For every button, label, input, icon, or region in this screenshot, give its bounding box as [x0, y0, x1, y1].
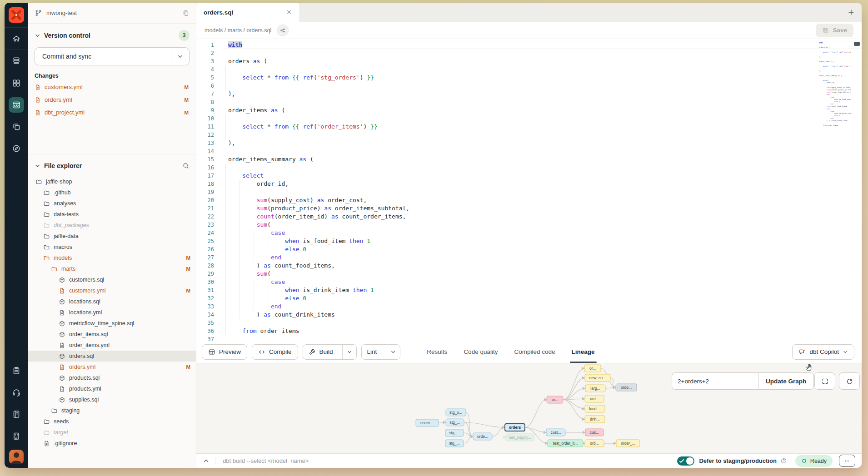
- tree-item-jaffle-data[interactable]: jaffle-data: [28, 231, 196, 242]
- panel-tab-code-quality[interactable]: Code quality: [464, 341, 498, 363]
- changed-file-row[interactable]: dbt_project.yml M: [35, 108, 190, 117]
- build-button[interactable]: Build: [303, 344, 357, 360]
- lineage-node-orders[interactable]: orders: [505, 424, 525, 431]
- rail-home-icon[interactable]: [5, 28, 28, 50]
- lineage-node-or-[interactable]: or...: [547, 396, 563, 403]
- new-tab-button[interactable]: [841, 3, 862, 22]
- open-lineage-button[interactable]: [277, 25, 289, 36]
- lint-button[interactable]: Lint: [361, 344, 401, 360]
- tree-item-products-sql[interactable]: products.sql: [28, 372, 196, 383]
- rail-projects-icon[interactable]: [5, 116, 28, 138]
- rail-stack-icon[interactable]: [5, 50, 28, 72]
- lineage-node-stg-[interactable]: stg_...: [445, 429, 464, 436]
- lineage-node-food-[interactable]: food....: [585, 405, 605, 412]
- lineage-node-stg-[interactable]: stg_...: [446, 419, 464, 426]
- dbt-copilot-button[interactable]: dbt Copilot: [792, 344, 854, 360]
- compile-button[interactable]: Compile: [252, 344, 298, 360]
- editor-scrollbar[interactable]: [854, 42, 860, 46]
- lineage-node-new-cu-[interactable]: new_cu...: [585, 374, 610, 382]
- rail-headset-icon[interactable]: [5, 382, 28, 403]
- tree-item-customers-sql[interactable]: customers.sql: [28, 274, 196, 285]
- rail-clipboard-icon[interactable]: [5, 360, 28, 382]
- lineage-node-cus-[interactable]: cus...: [585, 429, 604, 436]
- tree-item--gitignore[interactable]: .gitignore: [28, 438, 196, 449]
- lineage-node-cust-[interactable]: cust...: [546, 429, 565, 436]
- fullscreen-button[interactable]: [814, 372, 835, 390]
- code-editor[interactable]: 1with23orders as (45 select * from {{ re…: [196, 39, 862, 341]
- lineage-node-stg-o-[interactable]: stg_o...: [446, 409, 466, 416]
- tree-item-jaffle-shop[interactable]: jaffle-shop: [28, 176, 196, 187]
- lineage-node-ord-[interactable]: ord...: [585, 440, 604, 447]
- copy-icon[interactable]: [182, 10, 190, 17]
- lineage-node-stg-[interactable]: stg_...: [445, 440, 464, 447]
- user-avatar[interactable]: [9, 450, 24, 464]
- tree-item-order-items-sql[interactable]: order_items.sql: [28, 329, 196, 340]
- tree-item-orders-yml[interactable]: orders.ymlM: [28, 362, 196, 372]
- tree-item-customers-yml[interactable]: customers.ymlM: [28, 285, 196, 296]
- tree-item-target[interactable]: target: [28, 427, 196, 438]
- tree-item-label: models: [54, 255, 72, 261]
- lineage-node-orde-[interactable]: orde...: [616, 384, 637, 391]
- tree-item-analyses[interactable]: analyses: [28, 198, 196, 209]
- search-icon[interactable]: [182, 162, 190, 169]
- save-button[interactable]: Save: [816, 24, 853, 37]
- panel-tab-results[interactable]: Results: [427, 341, 447, 363]
- close-icon[interactable]: [286, 9, 292, 15]
- tree-item-locations-yml[interactable]: locations.yml: [28, 307, 196, 318]
- lineage-node-larg-[interactable]: larg...: [585, 385, 605, 392]
- changed-file-row[interactable]: customers.yml M: [35, 82, 190, 92]
- expand-command-bar-icon[interactable]: [203, 457, 210, 464]
- version-control-header[interactable]: Version control 3: [35, 29, 190, 42]
- refresh-button[interactable]: [839, 372, 860, 390]
- lineage-node-test-order-it-[interactable]: test_order_it...: [548, 440, 583, 447]
- editor-minimap[interactable]: with orders as ( select * from {{ ref('s…: [819, 42, 851, 323]
- tree-item-seeds[interactable]: seeds: [28, 416, 196, 427]
- tree-item-dbt-packages[interactable]: dbt_packages: [28, 220, 196, 231]
- tab-orders-sql[interactable]: orders.sql: [196, 3, 300, 22]
- rail-grid-icon[interactable]: [5, 72, 28, 94]
- lineage-node-order-[interactable]: order_...: [616, 440, 640, 447]
- rail-ide-icon[interactable]: [5, 94, 28, 116]
- lineage-node-or-[interactable]: or...: [584, 365, 601, 372]
- tree-item-models[interactable]: modelsM: [28, 253, 196, 263]
- tree-item-macros[interactable]: macros: [28, 242, 196, 253]
- rail-building-icon[interactable]: [5, 425, 28, 447]
- tree-item-data-tests[interactable]: data-tests: [28, 209, 196, 220]
- lineage-node-ecom-[interactable]: ecom....: [416, 419, 439, 426]
- dbt-logo[interactable]: [9, 7, 24, 23]
- commit-and-sync-button[interactable]: Commit and sync: [35, 47, 190, 65]
- tree-item-staging[interactable]: staging: [28, 405, 196, 416]
- help-icon[interactable]: [780, 457, 787, 464]
- compass-icon: [12, 144, 21, 153]
- lineage-selector-input[interactable]: [672, 372, 758, 390]
- panel-tab-lineage[interactable]: Lineage: [572, 341, 595, 363]
- update-graph-button[interactable]: Update Graph: [758, 372, 814, 390]
- tree-item-supplies-sql[interactable]: supplies.sql: [28, 394, 196, 405]
- tree-item-products-yml[interactable]: products.yml: [28, 383, 196, 394]
- tree-item-metricflow-time-spine-sql[interactable]: metricflow_time_spine.sql: [28, 318, 196, 329]
- rail-compass-icon[interactable]: [5, 138, 28, 159]
- tree-item--github[interactable]: .github: [28, 187, 196, 198]
- lineage-node-drin-[interactable]: drin...: [585, 416, 605, 423]
- tree-item-order-items-yml[interactable]: order_items.yml: [28, 340, 196, 351]
- more-options-button[interactable]: [839, 455, 855, 467]
- changed-file-row[interactable]: orders.yml M: [35, 95, 190, 104]
- notebook-icon: [12, 410, 21, 419]
- dbt-command-input[interactable]: [223, 457, 414, 464]
- model-icon: [59, 375, 65, 382]
- panel-tab-compiled-code[interactable]: Compiled code: [514, 341, 555, 363]
- rail-notebook-icon[interactable]: [5, 403, 28, 425]
- lint-options-dropdown[interactable]: [386, 345, 400, 359]
- tree-item-marts[interactable]: martsM: [28, 263, 196, 274]
- tree-item-locations-sql[interactable]: locations.sql: [28, 296, 196, 307]
- defer-toggle[interactable]: [677, 456, 694, 466]
- build-options-dropdown[interactable]: [342, 345, 356, 359]
- commit-options-dropdown[interactable]: [171, 48, 189, 65]
- lineage-node-test-supply-[interactable]: test_supply...: [506, 434, 534, 441]
- tree-item-orders-sql[interactable]: orders.sql: [28, 351, 196, 362]
- lineage-node-ord-[interactable]: ord...: [585, 395, 604, 402]
- preview-button[interactable]: Preview: [202, 344, 247, 360]
- file-explorer-header[interactable]: File explorer: [28, 159, 196, 173]
- lineage-node-orde-[interactable]: orde...: [473, 433, 492, 440]
- stack-icon: [12, 56, 21, 65]
